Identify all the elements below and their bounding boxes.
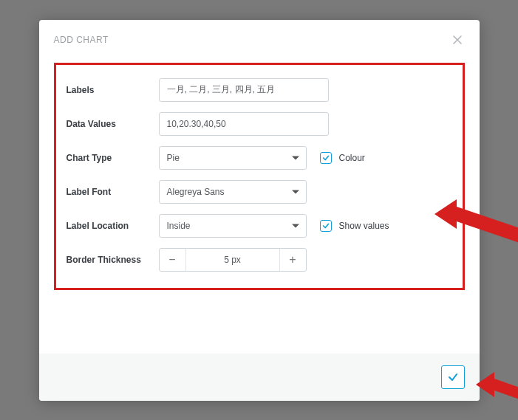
show-values-option: Show values [320,220,389,232]
chart-type-label: Chart Type [67,153,159,163]
label-font-row: Label Font Alegreya Sans [67,180,452,204]
data-values-input[interactable] [159,112,329,136]
data-values-row: Data Values [67,112,452,136]
stepper-decrement[interactable]: − [160,249,186,271]
border-thickness-value: 5 px [186,249,279,271]
label-font-select[interactable]: Alegreya Sans [159,180,307,204]
add-chart-modal: ADD CHART Labels Data Values Chart Type … [39,20,480,401]
show-values-label: Show values [339,221,389,231]
svg-marker-1 [476,372,518,402]
colour-checkbox[interactable] [320,152,332,164]
data-values-label: Data Values [67,119,159,129]
annotation-arrow-icon [476,368,518,412]
modal-body: Labels Data Values Chart Type Pie Colour [39,57,480,354]
close-icon[interactable] [450,32,465,48]
colour-label: Colour [339,153,365,163]
label-location-label: Label Location [67,221,159,231]
chart-type-row: Chart Type Pie Colour [67,146,452,170]
modal-title: ADD CHART [54,35,109,45]
colour-option: Colour [320,152,365,164]
label-location-value: Inside [167,221,191,231]
modal-header: ADD CHART [39,20,480,57]
labels-input[interactable] [159,78,329,102]
show-values-checkbox[interactable] [320,220,332,232]
border-thickness-row: Border Thickness − 5 px + [67,248,452,272]
border-thickness-label: Border Thickness [67,255,159,265]
annotated-region: Labels Data Values Chart Type Pie Colour [54,63,465,290]
labels-row: Labels [67,78,452,102]
label-font-label: Label Font [67,187,159,197]
border-thickness-stepper: − 5 px + [159,248,307,272]
stepper-increment[interactable]: + [279,249,306,271]
labels-label: Labels [67,85,159,95]
chart-type-select[interactable]: Pie [159,146,307,170]
chart-type-value: Pie [167,153,180,163]
label-location-row: Label Location Inside Show values [67,214,452,238]
confirm-button[interactable] [441,365,465,389]
label-font-value: Alegreya Sans [167,187,225,197]
label-location-select[interactable]: Inside [159,214,307,238]
modal-footer [39,354,480,401]
